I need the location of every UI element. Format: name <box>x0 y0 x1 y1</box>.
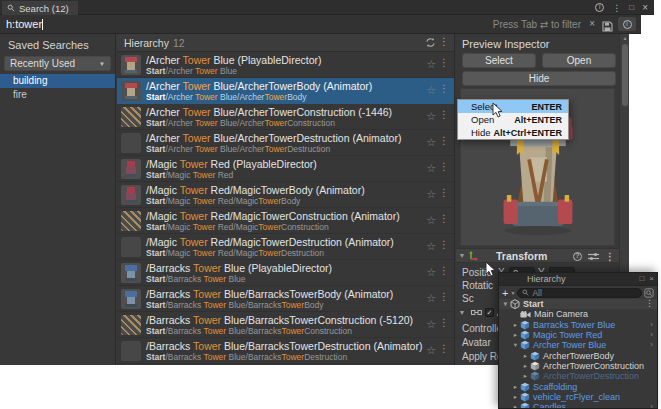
row-menu-icon[interactable]: ⋮ <box>439 343 449 354</box>
result-row[interactable]: /Barracks Tower Blue/BarracksTowerBody (… <box>117 286 454 312</box>
sync-search-icon[interactable] <box>425 37 436 50</box>
favorite-star-icon[interactable]: ☆ <box>426 188 436 201</box>
open-button[interactable]: Open <box>542 53 616 68</box>
result-row[interactable]: /Archer Tower Blue (PlayableDirector)Sta… <box>117 52 454 78</box>
saved-searches-sort-dropdown[interactable]: Recently Used ▼ <box>4 56 111 71</box>
row-menu-icon[interactable]: ⋮ <box>439 83 449 94</box>
row-menu-icon[interactable]: ⋮ <box>439 109 449 120</box>
add-object-button[interactable]: + <box>502 288 508 298</box>
result-row[interactable]: /Magic Tower Red/MagicTowerConstruction … <box>117 208 454 234</box>
favorite-star-icon[interactable]: ☆ <box>426 136 436 149</box>
row-menu-icon[interactable]: ⋮ <box>439 213 449 224</box>
result-row[interactable]: /Magic Tower Red/MagicTowerBody (Animato… <box>117 182 454 208</box>
hierarchy-tree-item[interactable]: ▸ArcherTowerDestruction <box>499 371 657 381</box>
results-menu-icon[interactable]: ⋮ <box>439 36 449 47</box>
foldout-arrow-icon[interactable]: ▸ <box>521 372 530 380</box>
hierarchy-tree-item[interactable]: ▾Archer Tower Blue› <box>499 340 657 350</box>
scrollbar-thumb[interactable] <box>622 44 628 106</box>
hierarchy-tree-item[interactable]: ▸ArcherTowerBody <box>499 350 657 360</box>
window-close-icon[interactable]: × <box>642 2 648 13</box>
hierarchy-tab[interactable]: Hierarchy <box>527 274 566 284</box>
favorite-star-icon[interactable]: ☆ <box>426 162 436 175</box>
hierarchy-tree-item[interactable]: Main Camera <box>499 309 657 319</box>
prefab-chevron-icon[interactable]: › <box>650 402 653 408</box>
hierarchy-tree-item[interactable]: ▸Magic Tower Red› <box>499 330 657 340</box>
window-tab-title: Search (12) <box>19 3 69 14</box>
search-window-tab[interactable]: Search (12) <box>2 1 78 15</box>
favorite-star-icon[interactable]: ☆ <box>426 214 436 227</box>
animator-enabled-checkbox[interactable]: ✓ <box>485 308 494 317</box>
result-row[interactable]: /Archer Tower Blue/ArcherTowerConstructi… <box>117 104 454 130</box>
help-icon[interactable]: ? <box>573 252 582 261</box>
foldout-arrow-icon[interactable]: ▼ <box>456 309 468 316</box>
result-row[interactable]: /Barracks Tower Blue/BarracksTowerDestru… <box>117 338 454 364</box>
prefab-chevron-icon[interactable]: › <box>650 330 653 339</box>
row-menu-icon[interactable]: ⋮ <box>439 291 449 302</box>
favorite-star-icon[interactable]: ☆ <box>426 266 436 279</box>
hierarchy-tree-item[interactable]: ▸Barracks Tower Blue› <box>499 320 657 330</box>
result-row[interactable]: /Magic Tower Red (PlayableDirector)Start… <box>117 156 454 182</box>
presets-icon[interactable] <box>588 252 599 261</box>
favorite-star-icon[interactable]: ☆ <box>426 292 436 305</box>
clear-search-icon[interactable]: × <box>589 18 595 29</box>
result-row[interactable]: /Barracks Tower Blue/BarracksTowerConstr… <box>117 312 454 338</box>
context-menu-item[interactable]: HideAlt+Ctrl+ENTER <box>458 126 568 139</box>
select-button[interactable]: Select <box>462 53 536 68</box>
row-menu-icon[interactable]: ⋮ <box>439 239 449 250</box>
foldout-arrow-icon[interactable]: ▸ <box>521 352 530 360</box>
foldout-arrow-icon[interactable]: ▸ <box>511 393 520 401</box>
result-row[interactable]: /Archer Tower Blue/ArcherTowerBody (Anim… <box>117 78 454 104</box>
search-input[interactable]: h:tower <box>6 18 43 30</box>
hierarchy-tree-item[interactable]: ▸Scaffolding <box>499 381 657 391</box>
search-by-type-icon[interactable] <box>644 288 654 298</box>
favorite-star-icon[interactable]: ☆ <box>426 240 436 253</box>
scroll-up-icon[interactable]: ▲ <box>620 35 630 41</box>
favorite-star-icon[interactable]: ☆ <box>426 318 436 331</box>
foldout-arrow-icon[interactable]: ▸ <box>511 331 520 339</box>
foldout-arrow-icon[interactable]: ▼ <box>456 252 468 259</box>
favorite-star-icon[interactable]: ☆ <box>426 84 436 97</box>
row-menu-icon[interactable]: ⋮ <box>439 317 449 328</box>
window-menu-icon[interactable]: ⋮ <box>612 3 621 13</box>
favorite-star-icon[interactable]: ☆ <box>426 110 436 123</box>
result-row[interactable]: /Magic Tower Red/MagicTowerDestruction (… <box>117 234 454 260</box>
hierarchy-tree-item[interactable]: ▸ArcherTowerConstruction <box>499 361 657 371</box>
saved-search-item[interactable]: building <box>0 74 115 88</box>
result-row[interactable]: /Barracks Tower Blue (PlayableDirector)S… <box>117 260 454 286</box>
foldout-arrow-icon[interactable]: ▸ <box>511 383 520 391</box>
hide-button[interactable]: Hide <box>462 71 616 86</box>
row-menu-icon[interactable]: ⋮ <box>439 187 449 198</box>
row-menu-icon[interactable]: ⋮ <box>439 57 449 68</box>
prefab-chevron-icon[interactable]: › <box>650 340 653 349</box>
hierarchy-tree-item[interactable]: ▸Candles› <box>499 402 657 408</box>
context-menu-item[interactable]: OpenAlt+ENTER <box>458 113 568 126</box>
hierarchy-close-icon[interactable]: × <box>649 274 654 283</box>
scene-menu-icon[interactable]: ⋮ <box>645 299 654 308</box>
context-menu-item[interactable]: SelectENTER <box>458 100 568 113</box>
favorite-star-icon[interactable]: ☆ <box>426 344 436 357</box>
hierarchy-tree-item[interactable]: ▾Start⋮ <box>499 299 657 309</box>
foldout-arrow-icon[interactable]: ▸ <box>521 362 530 370</box>
row-menu-icon[interactable]: ⋮ <box>439 161 449 172</box>
search-bar[interactable]: h:tower Press Tab ⇄ to filter × i <box>0 15 641 34</box>
foldout-arrow-icon[interactable]: ▾ <box>501 300 510 308</box>
foldout-arrow-icon[interactable]: ▾ <box>511 341 520 349</box>
search-info-button[interactable]: i <box>618 17 636 31</box>
hierarchy-tree-item[interactable]: ▸vehicle_rcFlyer_clean <box>499 392 657 402</box>
hierarchy-search-field[interactable]: All <box>517 288 642 298</box>
transform-menu-icon[interactable]: ⋮ <box>605 251 615 262</box>
row-menu-icon[interactable]: ⋮ <box>439 135 449 146</box>
favorite-star-icon[interactable]: ☆ <box>426 58 436 71</box>
saved-search-item[interactable]: fire <box>0 88 115 102</box>
hierarchy-maximize-icon[interactable]: □ <box>639 274 644 283</box>
result-row[interactable]: /Archer Tower Blue/ArcherTowerDestructio… <box>117 130 454 156</box>
foldout-arrow-icon[interactable]: ▸ <box>511 321 520 329</box>
transform-section-header[interactable]: ▼ Transform ? ⋮ <box>456 248 619 263</box>
foldout-arrow-icon[interactable]: ▸ <box>511 403 520 408</box>
window-maximize-icon[interactable]: □ <box>629 3 634 12</box>
results-panel: Hierarchy 12 ⋮ /Archer Tower Blue (Playa… <box>117 34 455 365</box>
prefab-chevron-icon[interactable]: › <box>650 320 653 329</box>
result-title: /Magic Tower Red/MagicTowerConstruction … <box>146 210 400 222</box>
window-info-icon[interactable]: i <box>595 3 604 12</box>
row-menu-icon[interactable]: ⋮ <box>439 265 449 276</box>
